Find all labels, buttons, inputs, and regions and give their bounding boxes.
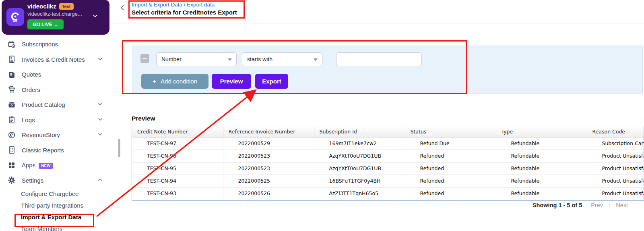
table-cell: TEST-CN-96 bbox=[132, 150, 223, 162]
sidebar-item-invoices-credit-notes[interactable]: $Invoices & Credit Notes bbox=[0, 52, 113, 67]
product-catalog-icon bbox=[7, 101, 16, 109]
apps-icon bbox=[7, 162, 16, 169]
org-domain: videoclikz-test.charge... bbox=[27, 11, 82, 17]
org-switcher[interactable]: videoclikz Test videoclikz-test.charge..… bbox=[2, 0, 109, 35]
sidebar-item-label: Orders bbox=[22, 86, 113, 93]
sidebar-item-label: Invoices & Credit Notes bbox=[22, 56, 97, 63]
settings-icon bbox=[7, 176, 16, 184]
chevron-down-icon bbox=[97, 101, 103, 108]
sidebar-item-classic-reports[interactable]: Classic Reports bbox=[0, 143, 113, 158]
sidebar-item-label: Product Catalog bbox=[22, 101, 97, 108]
pagination-separator: : bbox=[609, 202, 610, 208]
sidebar-item-revenuestory[interactable]: RevenueStory bbox=[0, 127, 113, 143]
prev-button[interactable]: Prev bbox=[591, 202, 603, 208]
table-cell: 2022000526 bbox=[223, 187, 314, 200]
table-cell: AzZl3TT1TqnH65o5 bbox=[314, 187, 405, 200]
sidebar-nav: Subscriptions$Invoices & Credit NotesQuo… bbox=[0, 37, 113, 231]
column-header: Reason Code bbox=[587, 126, 644, 137]
criteria-value-input[interactable] bbox=[336, 52, 422, 66]
table-cell: 169m7IT1eke7cw2 bbox=[314, 137, 405, 150]
table-row: TEST-CN-952022000523AzqYXtT0oU7DG1UBRefu… bbox=[132, 162, 644, 175]
sidebar-item-quotes[interactable]: Quotes bbox=[0, 67, 113, 82]
plus-icon: + bbox=[153, 78, 156, 85]
sidebar-item-third-party-integrations[interactable]: Third-party Integrations bbox=[0, 200, 113, 211]
sidebar-item-label: Quotes bbox=[22, 71, 113, 78]
column-header: Status bbox=[405, 126, 496, 137]
classic-reports-icon bbox=[7, 146, 16, 154]
table-cell: TEST-CN-94 bbox=[132, 175, 223, 187]
sidebar-item-label: Logs bbox=[22, 117, 97, 123]
column-header: Credit Note Number bbox=[132, 126, 223, 137]
table-cell: AzqYXtT0oU7DG1UB bbox=[314, 162, 405, 175]
table-row: TEST-CN-972022000529169m7IT1eke7cw2Refun… bbox=[132, 137, 644, 150]
add-condition-button[interactable]: + Add condition bbox=[141, 74, 208, 89]
table-cell: Product Unsatisfa bbox=[587, 150, 644, 162]
sidebar-item-team-members[interactable]: Team Members bbox=[0, 223, 113, 231]
preview-heading: Preview bbox=[132, 115, 155, 122]
scrollbar-thumb[interactable] bbox=[118, 139, 120, 157]
table-cell: Refunded bbox=[405, 162, 496, 175]
table-cell: Refunded bbox=[405, 187, 496, 200]
table-cell: 16BSFuT1TGF0y4BH bbox=[314, 175, 405, 187]
caret-down-icon bbox=[228, 58, 232, 61]
sidebar-item-orders[interactable]: Orders bbox=[0, 82, 113, 98]
sidebar-item-configure-chargebee[interactable]: Configure Chargebee bbox=[0, 188, 113, 200]
back-chevron-icon[interactable] bbox=[119, 4, 126, 13]
table-cell: Product Unsatisfa bbox=[587, 187, 644, 200]
sidebar-item-logs[interactable]: Logs bbox=[0, 112, 113, 128]
table-cell: 2022000529 bbox=[223, 137, 314, 150]
sidebar-item-import-export-data[interactable]: Import & Export Data bbox=[0, 211, 113, 223]
chevron-down-icon[interactable] bbox=[92, 13, 98, 21]
table-cell: Refundable bbox=[496, 150, 587, 162]
chevron-down-icon bbox=[97, 117, 103, 123]
field-select-value: Number bbox=[161, 56, 182, 62]
operator-select[interactable]: starts with bbox=[242, 52, 322, 66]
table-cell: 2022000523 bbox=[223, 162, 314, 175]
divider bbox=[113, 23, 644, 23]
table-row: TEST-CN-962022000523AzqYXtT0oU7DG1UBRefu… bbox=[132, 150, 644, 162]
sidebar-item-label: RevenueStory bbox=[22, 131, 97, 138]
chevron-up-icon bbox=[97, 177, 103, 184]
table-row: TEST-CN-932022000526AzZl3TT1TqnH65o5Refu… bbox=[132, 187, 644, 200]
sidebar-item-label: Subscriptions bbox=[22, 41, 113, 48]
next-button[interactable]: Next bbox=[616, 202, 628, 208]
preview-button[interactable]: Preview bbox=[212, 74, 251, 89]
column-header: Subscription Id bbox=[314, 126, 405, 137]
breadcrumb[interactable]: Import & Export Data / Export data bbox=[132, 2, 215, 8]
revenuestory-icon bbox=[7, 131, 16, 139]
svg-text:$: $ bbox=[10, 57, 12, 60]
field-select[interactable]: Number bbox=[156, 52, 237, 66]
table-cell: Refundable bbox=[496, 162, 587, 175]
sidebar-item-product-catalog[interactable]: Product Catalog bbox=[0, 97, 113, 112]
chevron-down-icon bbox=[97, 56, 103, 63]
sidebar-item-label: Classic Reports bbox=[22, 147, 113, 154]
remove-condition-button[interactable] bbox=[140, 54, 149, 63]
export-button[interactable]: Export bbox=[255, 74, 288, 89]
org-logo-icon bbox=[6, 8, 24, 26]
chevron-down-icon bbox=[97, 131, 103, 138]
preview-table-container: Credit Note NumberReference Invoice Numb… bbox=[132, 126, 644, 201]
orders-icon bbox=[7, 85, 16, 94]
table-cell: TEST-CN-95 bbox=[132, 162, 223, 175]
table-cell: TEST-CN-97 bbox=[132, 137, 223, 150]
operator-select-value: starts with bbox=[247, 56, 272, 62]
export-criteria-panel: Number starts with + Add condition Previ… bbox=[132, 46, 643, 94]
table-cell: 2022000525 bbox=[223, 175, 314, 187]
sidebar-item-settings[interactable]: Settings bbox=[0, 173, 113, 188]
table-cell: 2022000523 bbox=[223, 150, 314, 162]
go-live-button[interactable]: GO LIVE → bbox=[27, 19, 64, 29]
org-name: videoclikz bbox=[27, 3, 56, 10]
table-cell: TEST-CN-93 bbox=[132, 187, 223, 200]
pagination: Showing 1 - 5 of 5 Prev : Next bbox=[463, 202, 628, 208]
sidebar-item-subscriptions[interactable]: Subscriptions bbox=[0, 37, 113, 52]
table-cell: Subscription Can bbox=[587, 137, 644, 150]
showing-count: Showing 1 - 5 of 5 bbox=[533, 202, 582, 208]
app-window: videoclikz Test videoclikz-test.charge..… bbox=[0, 0, 644, 231]
sidebar-item-label: Settings bbox=[22, 177, 97, 184]
table-cell: Refunded bbox=[405, 150, 496, 162]
sidebar-item-apps[interactable]: AppsNEW bbox=[0, 158, 113, 173]
env-badge: Test bbox=[59, 3, 74, 10]
sidebar: videoclikz Test videoclikz-test.charge..… bbox=[0, 0, 113, 231]
table-cell: Refunded bbox=[405, 175, 496, 187]
column-header: Type bbox=[496, 126, 587, 137]
